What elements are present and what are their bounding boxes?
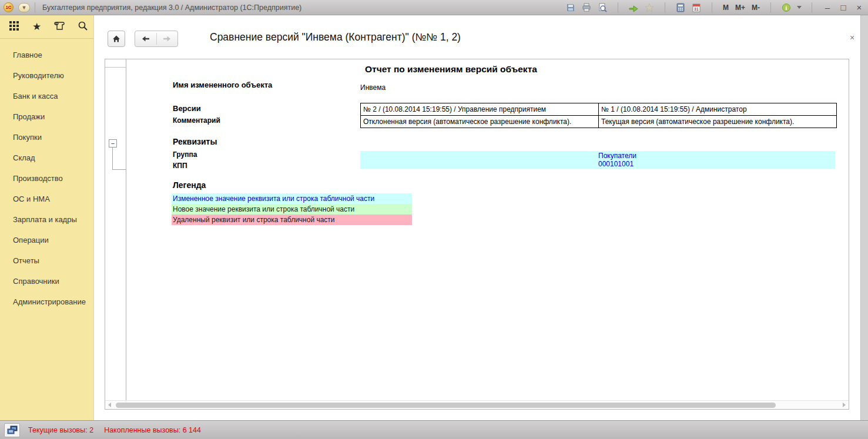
scroll-right-arrow-icon[interactable]: [843, 403, 846, 407]
titlebar-toolbar: 31 M M+ M- i – □ ×: [565, 2, 864, 13]
sidebar-item-administration[interactable]: Администрирование: [0, 291, 93, 312]
form-title: Сравнение версий "Инвема (Контрагент)" (…: [210, 31, 461, 43]
maximize-button[interactable]: □: [838, 2, 849, 13]
sidebar-item-production[interactable]: Производство: [0, 168, 93, 189]
back-arrow-icon: [141, 34, 150, 43]
object-name-value: Инвема: [360, 83, 386, 92]
favorites-icon[interactable]: ★: [32, 22, 41, 32]
legend-changed-row: Измененное значение реквизита или строка…: [172, 193, 412, 204]
legend-deleted-row: Удаленный реквизит или строка табличной …: [172, 215, 412, 225]
sidebar-item-directories[interactable]: Справочники: [0, 271, 93, 291]
right-edge-scroll-strip[interactable]: [860, 15, 868, 420]
grouping-margin: [105, 59, 126, 401]
sidebar-item-sales[interactable]: Продажи: [0, 106, 93, 127]
sidebar-toolbar: ★: [0, 15, 93, 39]
horizontal-scrollbar[interactable]: [105, 400, 849, 409]
app-window: 1С ▼ Бухгалтерия предприятия, редакция 3…: [0, 0, 868, 439]
info-dropdown-icon[interactable]: [797, 6, 802, 9]
close-button[interactable]: ×: [854, 2, 864, 13]
sidebar-item-operations[interactable]: Операции: [0, 230, 93, 250]
current-calls-value: 2: [89, 426, 93, 434]
calculator-icon[interactable]: [675, 2, 686, 13]
attribute-kpp-value: 000101001: [598, 160, 835, 168]
report-title: Отчет по изменениям версий объекта: [365, 64, 537, 75]
grouping-header: [105, 59, 126, 68]
sidebar-item-warehouse[interactable]: Склад: [0, 148, 93, 168]
back-button[interactable]: [135, 31, 156, 46]
sidebar-item-fixed-assets[interactable]: ОС и НМА: [0, 189, 93, 209]
statusbar: Текущие вызовы: 2 Накопленные вызовы: 6 …: [0, 420, 868, 439]
navigation-buttons: [135, 31, 178, 47]
toolbar-separator: [770, 2, 771, 13]
sidebar: ★ Главное Руководителю Банк и касса Прод…: [0, 15, 94, 420]
versions-table: № 2 / (10.08.2014 15:19:55) / Управление…: [360, 103, 837, 128]
titlebar-separator: [35, 2, 35, 13]
sidebar-item-manager[interactable]: Руководителю: [0, 65, 93, 86]
minimize-button[interactable]: –: [822, 2, 833, 13]
toolbar-separator: [618, 2, 618, 13]
toolbar-separator: [812, 2, 812, 13]
table-row: Отклоненная версия (автоматическое разре…: [361, 116, 837, 128]
toolbar-separator: [665, 2, 665, 13]
favorites-star-icon[interactable]: [644, 2, 655, 13]
table-row: № 2 / (10.08.2014 15:19:55) / Управление…: [361, 103, 837, 116]
home-icon: [112, 34, 121, 43]
history-icon[interactable]: [54, 21, 65, 33]
attribute-group-label: Группа: [173, 150, 197, 159]
window-title: Бухгалтерия предприятия, редакция 3.0 / …: [42, 4, 301, 12]
accumulated-calls-label: Накопленные вызовы:: [104, 426, 180, 434]
sidebar-item-payroll-hr[interactable]: Зарплата и кадры: [0, 209, 93, 230]
search-icon[interactable]: [78, 21, 88, 33]
memory-m-button[interactable]: M: [722, 4, 729, 12]
sidebar-item-main[interactable]: Главное: [0, 45, 93, 65]
server-calls-icon[interactable]: [4, 423, 20, 437]
version-2-cell: № 2 / (10.08.2014 15:19:55) / Управление…: [361, 103, 599, 116]
versions-label: Версии: [173, 104, 201, 113]
scroll-left-arrow-icon[interactable]: [108, 403, 111, 407]
collapse-group-button[interactable]: −: [109, 139, 117, 148]
legend-new-row: Новое значение реквизита или строка табл…: [172, 204, 412, 215]
system-menu-button[interactable]: ▼: [18, 3, 30, 12]
current-calls-status: Текущие вызовы: 2: [28, 426, 93, 434]
info-icon[interactable]: i: [781, 2, 792, 13]
grouping-bracket: [112, 148, 126, 170]
accumulated-calls-status: Накопленные вызовы: 6 144: [104, 426, 201, 434]
changed-values-highlight: Покупатели 000101001: [360, 151, 835, 169]
legend-label: Легенда: [173, 180, 206, 190]
current-calls-label: Текущие вызовы:: [28, 426, 88, 434]
toolbar-separator: [712, 2, 712, 13]
report-area: − Отчет по изменениям версий объекта Имя…: [105, 59, 849, 410]
home-button[interactable]: [108, 31, 125, 47]
forward-button[interactable]: [157, 31, 178, 46]
save-icon[interactable]: [565, 2, 576, 13]
comment-label: Комментарий: [173, 116, 220, 125]
accumulated-calls-value: 6 144: [183, 426, 201, 434]
attributes-label: Реквизиты: [173, 137, 217, 146]
scrollbar-thumb[interactable]: [116, 403, 776, 408]
calendar-icon[interactable]: 31: [691, 2, 702, 13]
memory-m-plus-button[interactable]: M+: [735, 4, 746, 12]
sidebar-item-bank-cash[interactable]: Банк и касса: [0, 86, 93, 106]
sidebar-menu: Главное Руководителю Банк и касса Продаж…: [0, 39, 93, 312]
version-2-comment-cell: Отклоненная версия (автоматическое разре…: [361, 116, 599, 128]
svg-text:31: 31: [694, 7, 699, 11]
memory-m-minus-button[interactable]: M-: [751, 4, 760, 12]
object-name-label: Имя измененного объекта: [173, 81, 272, 89]
form-close-button[interactable]: ×: [847, 33, 857, 42]
sections-menu-icon[interactable]: [9, 21, 19, 33]
attribute-kpp-label: КПП: [173, 162, 187, 170]
attribute-group-value: Покупатели: [598, 152, 835, 160]
titlebar: 1С ▼ Бухгалтерия предприятия, редакция 3…: [0, 0, 868, 15]
print-icon[interactable]: [581, 2, 592, 13]
goto-link-icon[interactable]: [628, 2, 639, 13]
forward-arrow-icon: [162, 34, 172, 43]
svg-text:i: i: [786, 5, 787, 11]
sidebar-item-reports[interactable]: Отчеты: [0, 250, 93, 271]
version-1-cell: № 1 / (10.08.2014 15:19:55) / Администра…: [599, 103, 837, 116]
version-1-comment-cell: Текущая версия (автоматическое разрешени…: [599, 116, 837, 128]
sidebar-item-purchases[interactable]: Покупки: [0, 127, 93, 148]
1c-logo-icon: 1С: [4, 2, 14, 12]
print-preview-icon[interactable]: [597, 2, 608, 13]
